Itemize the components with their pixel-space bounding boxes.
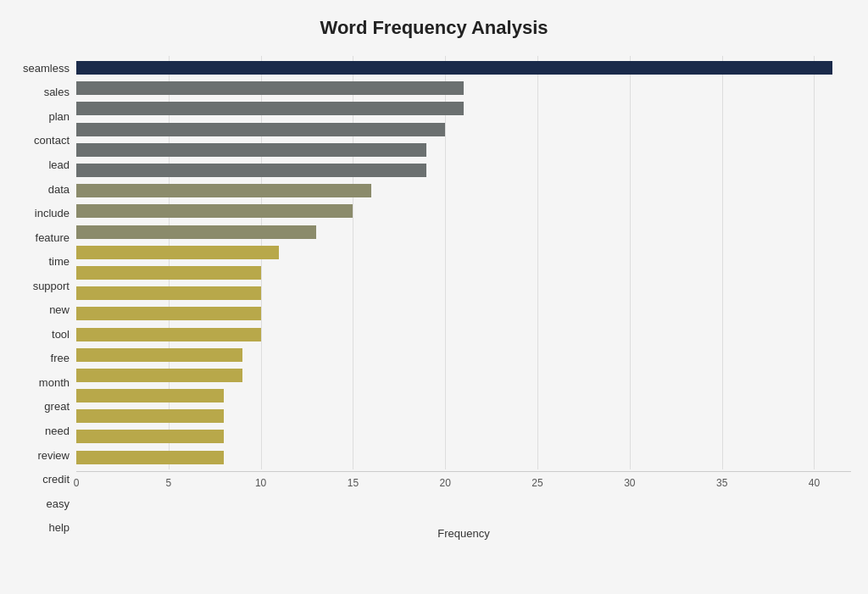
y-label: plan (48, 107, 70, 125)
bar (76, 143, 426, 157)
y-label: review (37, 446, 70, 464)
y-label: lead (48, 155, 70, 174)
bar (76, 286, 261, 300)
bar (76, 451, 224, 464)
chart-title: Word Frequency Analysis (17, 17, 851, 39)
bar (76, 389, 224, 402)
bar-row (76, 366, 851, 385)
bar-row (76, 325, 851, 344)
y-label: support (33, 276, 70, 295)
y-label: great (44, 397, 70, 416)
y-label: feature (36, 228, 70, 247)
bar-row (76, 223, 851, 241)
bar (76, 369, 242, 382)
y-label: help (48, 519, 70, 537)
bar-row (76, 304, 851, 323)
bar-row (76, 141, 851, 159)
x-tick: 40 (809, 477, 820, 489)
x-tick: 0 (74, 477, 80, 489)
chart-area: seamlesssalesplancontactleaddataincludef… (17, 56, 851, 540)
bar (76, 184, 371, 197)
y-label: include (35, 204, 70, 223)
x-tick: 10 (255, 477, 266, 489)
bar-row (76, 202, 851, 220)
x-axis-label: Frequency (76, 508, 851, 540)
bar-row (76, 407, 851, 425)
y-label: credit (42, 470, 70, 489)
bar (76, 409, 224, 423)
x-tick: 20 (440, 477, 451, 489)
bars-area (76, 56, 851, 469)
y-label: sales (44, 83, 70, 102)
bar (76, 328, 261, 341)
bar-row (76, 448, 851, 467)
y-label: seamless (23, 58, 70, 77)
bar-row (76, 264, 851, 282)
bar-row (76, 284, 851, 303)
y-label: need (45, 421, 70, 440)
y-axis: seamlesssalesplancontactleaddataincludef… (17, 56, 76, 540)
x-tick: 5 (165, 477, 171, 489)
bar (76, 164, 426, 177)
x-tick: 35 (716, 477, 727, 489)
y-label: data (48, 180, 70, 198)
bar-row (76, 243, 851, 262)
bar-row (76, 181, 851, 200)
bar (76, 102, 464, 115)
bar-row (76, 346, 851, 364)
bar-row (76, 79, 851, 97)
bar (76, 61, 832, 75)
bar-row (76, 58, 851, 77)
x-axis: 0510152025303540 (76, 471, 851, 505)
y-label: month (39, 373, 70, 391)
bar (76, 123, 445, 136)
x-tick: 30 (624, 477, 635, 489)
y-label: easy (47, 494, 70, 513)
bars-and-x: 0510152025303540 Frequency (76, 56, 851, 540)
bar-row (76, 99, 851, 118)
y-label: new (49, 301, 70, 319)
y-label: contact (34, 131, 70, 150)
y-label: time (48, 253, 70, 271)
bar-row (76, 161, 851, 180)
bar (76, 225, 316, 239)
bar (76, 81, 464, 95)
bar-row (76, 427, 851, 446)
bar (76, 430, 224, 443)
y-label: free (51, 349, 70, 368)
bar (76, 307, 261, 320)
bars-wrapper (76, 56, 851, 469)
bar (76, 348, 242, 362)
bar (76, 204, 353, 218)
chart-container: Word Frequency Analysis seamlesssalespla… (0, 0, 868, 594)
y-label: tool (52, 325, 70, 343)
x-tick: 25 (531, 477, 542, 489)
x-tick: 15 (348, 477, 359, 489)
bar-row (76, 120, 851, 139)
bar (76, 246, 279, 259)
bar (76, 266, 261, 280)
bar-row (76, 386, 851, 405)
